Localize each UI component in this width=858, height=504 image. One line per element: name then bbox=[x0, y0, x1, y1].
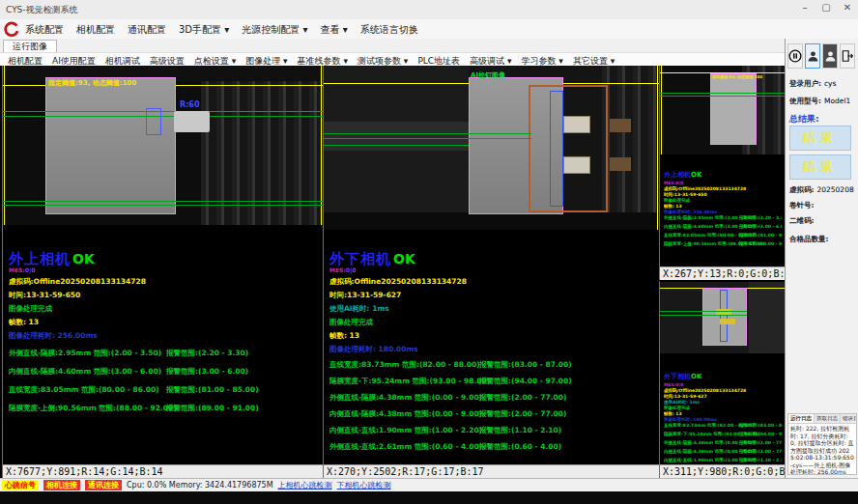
log-tab-error[interactable]: 错误日志 bbox=[841, 414, 857, 423]
total-result-label: 总结果: bbox=[789, 113, 819, 126]
desktop-background bbox=[0, 491, 858, 504]
tab-bar: 运行图像 bbox=[0, 39, 785, 52]
menu-comm-config[interactable]: 通讯配置 bbox=[128, 23, 166, 37]
model-row: 使用型号:Model1 bbox=[789, 97, 850, 106]
left-camera-panel: 固定阈值:93, 动态阈值:100 R:60 外上相机OK MES:0|0 虚拟… bbox=[2, 66, 323, 478]
measure-line-green bbox=[324, 145, 469, 146]
mini-top-panel: 固定阈值:93, 动态阈值:100 外上相机OK MES:0|0 虚拟码:Off… bbox=[659, 66, 786, 280]
heartbeat-signal-badge: 心跳信号 bbox=[2, 480, 39, 490]
close-button[interactable]: ✕ bbox=[841, 2, 854, 13]
measure-line-green bbox=[324, 133, 531, 134]
alarm-range: 报警范围:(1.10 - 2.10) bbox=[739, 458, 782, 462]
menu-bar: 系统配置 相机配置 通讯配置 3D手配置 ▾ 光源控制配置 ▾ 查看 ▾ 系统语… bbox=[0, 19, 858, 40]
user-login-button[interactable] bbox=[805, 43, 820, 69]
model-label: 使用型号: bbox=[789, 97, 821, 105]
measure-line-green bbox=[3, 201, 323, 202]
ai-elapsed: 使用AI耗时: 1ms bbox=[329, 304, 658, 314]
result-ok: OK bbox=[691, 171, 701, 179]
rivet-highlight bbox=[720, 319, 735, 324]
roi-box-blue bbox=[550, 91, 563, 207]
login-user-label: 登录用户: bbox=[789, 79, 821, 88]
measure-line-green bbox=[660, 93, 785, 94]
upper-camera-heartbeat-link[interactable]: 上相机心跳检测 bbox=[278, 480, 332, 490]
user-switch-button[interactable] bbox=[822, 43, 838, 69]
window-title: CYS-视觉检测系统 bbox=[6, 4, 78, 16]
measure-value: 外侧直线-隔膜:2.95mm 范围:(2.00 - 3.50) bbox=[9, 349, 161, 358]
menu-3d-hand-config[interactable]: 3D手配置 ▾ bbox=[179, 23, 229, 37]
left-camera-result-text: 外上相机OK MES:0|0 虚拟码:Offline20250208133134… bbox=[9, 238, 323, 418]
camera-connection-badge: 相机连接 bbox=[43, 480, 80, 490]
virtual-code-row: 虚拟码:20250208 bbox=[789, 185, 854, 195]
alarm-range: 报警范围:(0.60 - 4.00) bbox=[479, 442, 561, 452]
machinery-background bbox=[602, 66, 659, 230]
measurement-row: 直线宽度:83.05mm 范围:(80.00 - 86.00) 报警范围:(81… bbox=[9, 385, 323, 400]
image-bottom-band bbox=[324, 212, 659, 230]
camera-view-mini-top[interactable]: 固定阈值:93, 动态阈值:100 bbox=[660, 66, 785, 154]
tab-run-image[interactable]: 运行图像 bbox=[3, 40, 57, 53]
title-bar: CYS-视觉检测系统 – ▢ ✕ bbox=[0, 0, 858, 20]
processing-done: 图像处理完成 bbox=[329, 318, 658, 327]
log-tab-run[interactable]: 运行日志 bbox=[788, 414, 815, 423]
measurement-row: 外侧直线-隔膜:2.95mm 范围:(2.00 - 3.50) 报警范围:(2.… bbox=[9, 349, 323, 363]
rivet-detection bbox=[563, 116, 590, 133]
measure-line-green bbox=[3, 116, 323, 117]
mini-bottom-result-text: 外下相机OK MES:0|0 虚拟码:Offline20250208133134… bbox=[664, 364, 782, 462]
result-ok: OK bbox=[72, 251, 95, 266]
lower-camera-heartbeat-link[interactable]: 下相机心跳检测 bbox=[337, 480, 391, 490]
camera-name: 外下相机 bbox=[664, 373, 691, 380]
mark-overlay-text: R:60 bbox=[180, 100, 200, 109]
processing-done: 图像处理完成 bbox=[9, 304, 323, 314]
menu-light-control-config[interactable]: 光源控制配置 ▾ bbox=[242, 23, 307, 37]
result-ok: OK bbox=[393, 251, 415, 266]
camera-view-mini-bottom[interactable] bbox=[660, 282, 785, 353]
measure-value: 隔膜宽度-上侧:90.56mm 范围:(88.00 - 92.00) bbox=[9, 404, 177, 413]
pause-button[interactable] bbox=[787, 43, 803, 69]
guide-line-yellow bbox=[657, 66, 658, 230]
status-bar: 心跳信号 相机连接 通讯连接 Cpu: 0.0% Memory: 3424.41… bbox=[0, 478, 858, 491]
menu-view[interactable]: 查看 ▾ bbox=[320, 23, 347, 37]
threshold-overlay-text: 固定阈值:93, 动态阈值:100 bbox=[712, 74, 762, 79]
log-tab-capture[interactable]: 抓取日志 bbox=[815, 414, 841, 423]
measurement-row: 外侧直线-隔膜:4.38mm 范围:(0.00 - 9.00) 报警范围:(2.… bbox=[329, 393, 658, 406]
roi-box-blue bbox=[146, 108, 161, 135]
menu-language-switch[interactable]: 系统语言切换 bbox=[360, 23, 418, 37]
menu-camera-config[interactable]: 相机配置 bbox=[76, 23, 115, 37]
alarm-range: 报警范围:(2.00 - 77.00) bbox=[739, 449, 782, 454]
measurement-row: 内侧直线-隔膜:4.38mm 范围:(0.00 - 9.00) 报警范围:(2.… bbox=[329, 409, 658, 422]
measure-value: 内侧直线-隔膜:4.38mm 范围:(0.00 - 9.00) bbox=[329, 409, 482, 419]
middle-camera-panel: AI拉钉图像 外下相机OK MES:0|0 虚拟码:Offline2025020… bbox=[323, 66, 659, 478]
measure-value: 外侧直线-直线:2.61mm 范围:(0.60 - 4.00) bbox=[329, 442, 482, 452]
machinery-background bbox=[749, 282, 785, 353]
virtual-code-value: 20250208 bbox=[817, 185, 854, 194]
rivet-detection bbox=[563, 156, 590, 174]
measurement-row: 直线宽度:83.73mm 范围:(82.00 - 88.00) 报警范围:(83… bbox=[329, 360, 658, 373]
measurement-row: 隔膜宽度-上侧:90.56mm 范围:(88.00 - 92.00) 报警范围:… bbox=[9, 404, 323, 418]
alarm-range: 报警范围:(94.00 - 97.00) bbox=[479, 377, 572, 386]
machinery-band bbox=[324, 122, 469, 151]
guide-line-yellow bbox=[661, 66, 662, 154]
minimize-button[interactable]: – bbox=[798, 2, 812, 13]
winder-number-label: 卷针号: bbox=[789, 201, 815, 210]
virtual-code-label: 虚拟码: bbox=[789, 185, 815, 194]
alarm-range: 报警范围:(2.20 - 3.30) bbox=[166, 349, 248, 358]
alarm-range: 报警范围:(94.00 - 97.00) bbox=[739, 432, 782, 436]
tab-connector bbox=[174, 111, 210, 132]
result-box-lower: 结果 bbox=[789, 154, 851, 180]
login-user-value: cys bbox=[824, 79, 836, 88]
alarm-range: 报警范围:(2.20 - 3.30) bbox=[739, 215, 782, 220]
alarm-range: 报警范围:(1.10 - 2.10) bbox=[479, 426, 561, 435]
ai-overlay-label: AI拉钉图像 bbox=[471, 70, 505, 80]
virtual-barcode: 虚拟码:Offline20250208133134728 bbox=[329, 277, 658, 287]
camera-view-middle[interactable]: AI拉钉图像 bbox=[324, 66, 659, 230]
product-roi bbox=[710, 73, 757, 145]
menu-system-config[interactable]: 系统配置 bbox=[25, 23, 64, 37]
measure-value: 直线宽度:83.05mm 范围:(80.00 - 86.00) bbox=[9, 385, 159, 395]
threshold-overlay-text: 固定阈值:93, 动态阈值:100 bbox=[48, 78, 136, 88]
exit-button[interactable] bbox=[840, 43, 855, 69]
measure-value: 内侧直线-直线:1.90mm 范围:(1.00 - 2.20) bbox=[329, 426, 482, 435]
maximize-button[interactable]: ▢ bbox=[819, 2, 833, 13]
camera-view-left[interactable]: 固定阈值:93, 动态阈值:100 R:60 bbox=[3, 66, 323, 225]
middle-pixel-coords: X:270;Y:2502;R:17;G:17;B:17 bbox=[324, 464, 659, 478]
measurement-row: 内侧直线-隔膜:4.60mm 范围:(3.00 - 6.00) 报警范围:(3.… bbox=[9, 367, 323, 381]
alarm-range: 报警范围:(83.00 - 87.00) bbox=[479, 360, 572, 370]
